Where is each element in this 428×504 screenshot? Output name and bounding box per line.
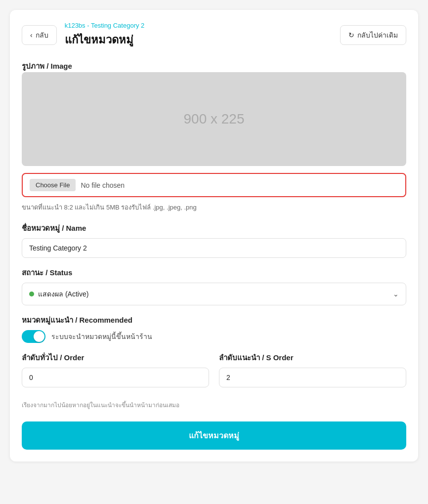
chevron-down-icon: ⌄	[393, 290, 399, 298]
no-file-text: No file chosen	[81, 181, 125, 189]
image-placeholder: 900 x 225	[22, 72, 406, 166]
general-order-input[interactable]	[22, 368, 209, 387]
status-display-left: แสดงผล (Active)	[29, 289, 88, 299]
recommended-section: หมวดหมู่แนะนำ / Recommended ระบบจะนำหมวด…	[22, 314, 406, 343]
choose-file-label: Choose File	[36, 181, 70, 189]
name-input[interactable]	[22, 238, 406, 258]
recommended-label: หมวดหมู่แนะนำ / Recommended	[22, 314, 406, 326]
image-section: รูปภาพ / Image 900 x 225 Choose File No …	[22, 60, 406, 212]
back-label: กลับ	[36, 30, 48, 41]
image-size-text: 900 x 225	[184, 111, 245, 127]
breadcrumb[interactable]: k123bs - Testing Category 2	[65, 22, 145, 29]
toggle-knob	[34, 331, 44, 342]
name-label: ชื่อหมวดหมู่ / Name	[22, 222, 406, 234]
status-select[interactable]: แสดงผล (Active) ⌄	[22, 283, 406, 305]
status-active-dot	[29, 292, 34, 296]
submit-label: แก้ไขหมวดหมู่	[189, 431, 239, 440]
order-section: ลำดับทั่วไป / Order ลำดับแนะนำ / S Order…	[22, 352, 406, 410]
recommended-order-group: ลำดับแนะนำ / S Order	[219, 352, 406, 387]
submit-button[interactable]: แก้ไขหมวดหมู่	[22, 421, 406, 450]
recommended-order-input[interactable]	[219, 368, 406, 387]
reset-label: กลับไปค่าเดิม	[357, 30, 398, 41]
recommended-toggle[interactable]	[22, 330, 45, 343]
general-order-label: ลำดับทั่วไป / Order	[22, 352, 209, 364]
status-value: แสดงผล (Active)	[38, 289, 88, 299]
general-order-group: ลำดับทั่วไป / Order	[22, 352, 209, 387]
choose-file-button[interactable]: Choose File	[30, 179, 76, 191]
toggle-row: ระบบจะนำหมวดหมู่นี้ขึ้นหน้าร้าน	[22, 330, 406, 343]
page-title: แก้ไขหมวดหมู่	[65, 31, 145, 48]
reset-icon: ↻	[348, 31, 354, 39]
order-hint: เรียงจากมากไปน้อยหากอยู่ในแนะนำจะขึ้นนำห…	[22, 400, 406, 410]
name-section: ชื่อหมวดหมู่ / Name	[22, 222, 406, 258]
reset-button[interactable]: ↻ กลับไปค่าเดิม	[340, 25, 406, 45]
toggle-label-text: ระบบจะนำหมวดหมู่นี้ขึ้นหน้าร้าน	[51, 331, 152, 342]
status-section: สถานะ / Status แสดงผล (Active) ⌄	[22, 267, 406, 305]
file-hint: ขนาดที่แนะนำ 8:2 และไม่เกิน 5MB รองรับไฟ…	[22, 202, 406, 212]
page-heading: k123bs - Testing Category 2 แก้ไขหมวดหมู…	[65, 22, 145, 48]
status-label: สถานะ / Status	[22, 267, 406, 279]
back-arrow-icon: ‹	[30, 31, 33, 39]
nav-area: ‹ กลับ k123bs - Testing Category 2 แก้ไข…	[22, 22, 406, 48]
image-label: รูปภาพ / Image	[22, 62, 72, 70]
order-row: ลำดับทั่วไป / Order ลำดับแนะนำ / S Order	[22, 352, 406, 396]
file-input-wrapper[interactable]: Choose File No file chosen	[22, 173, 406, 197]
recommended-order-label: ลำดับแนะนำ / S Order	[219, 352, 406, 364]
back-button[interactable]: ‹ กลับ	[22, 25, 57, 45]
